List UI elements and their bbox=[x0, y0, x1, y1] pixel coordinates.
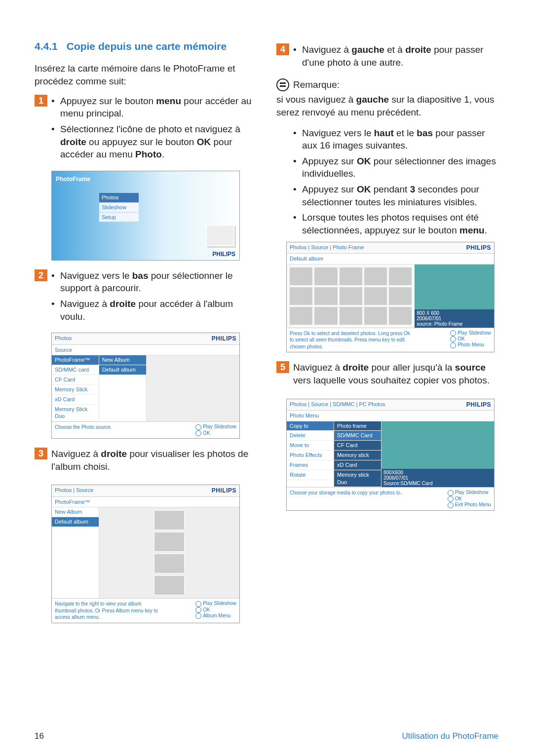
step-badge: 5 bbox=[276, 361, 289, 373]
brand-logo: PHILIPS bbox=[212, 250, 235, 258]
more-bullet1: Naviguez vers le haut et le bas pour pas… bbox=[293, 127, 498, 152]
step-badge: 2 bbox=[35, 269, 47, 281]
screenshot-thumbnails: Photos | Source | Photo FramePHILIPS Def… bbox=[286, 242, 495, 353]
note-body: si vous naviguez à gauche sur la diaposi… bbox=[276, 93, 498, 118]
list-item: xD Card bbox=[334, 460, 381, 470]
page-number: 16 bbox=[35, 731, 44, 742]
list-item: Photo Effects bbox=[287, 451, 334, 460]
help-text: Choose the Photo source. bbox=[55, 424, 112, 436]
list-item: Default album bbox=[52, 517, 99, 527]
help-text: Navigate to the right to view your album… bbox=[55, 601, 163, 621]
screenshot-copy: Photos | Source | SD/MMC | PC PhotosPHIL… bbox=[286, 399, 495, 511]
album-list: New Album Default album bbox=[99, 355, 147, 421]
list-item: Delete bbox=[287, 431, 334, 441]
step-badge: 1 bbox=[35, 95, 47, 107]
menu-item: Setup bbox=[99, 213, 139, 223]
foot-item: Exit Photo Menu bbox=[448, 502, 491, 508]
foot-item: OK bbox=[195, 607, 236, 613]
preview-pane bbox=[99, 507, 239, 598]
crumb: Photos | Source bbox=[55, 487, 93, 494]
menu-item: Photos bbox=[99, 193, 139, 203]
section-number: 4.4.1 bbox=[35, 40, 58, 52]
subbar: PhotoFrame™ bbox=[52, 497, 239, 508]
screenshot-main-menu: PhotoFrame Photos Slideshow Setup PHILIP… bbox=[51, 171, 240, 261]
help-text: Choose your storage media to copy your p… bbox=[290, 490, 403, 508]
step-badge: 4 bbox=[276, 43, 289, 55]
crumb: Photos | Source | SD/MMC | PC Photos bbox=[290, 401, 385, 409]
list-item: CF Card bbox=[334, 441, 381, 451]
brand-logo: PHILIPS bbox=[466, 244, 491, 252]
help-text: Press Ok to select and deselect photos. … bbox=[290, 330, 413, 350]
list-item: Memory stick bbox=[334, 451, 381, 460]
foot-item: OK bbox=[195, 430, 236, 436]
list-item: xD Card bbox=[52, 395, 99, 405]
page-footer: 16 Utilisation du PhotoFrame bbox=[35, 731, 498, 742]
manual-page: 4.4.1Copie depuis une carte mémoire Insé… bbox=[0, 0, 533, 756]
list-item: Copy to bbox=[287, 421, 334, 431]
list-item: SD/MMC card bbox=[52, 365, 99, 375]
crumb: Photos bbox=[55, 335, 72, 342]
list-item: Photo frame bbox=[334, 421, 381, 431]
foot-item: Play Slideshow bbox=[195, 424, 236, 430]
step3-text: Naviguez à droite pour visualiser les ph… bbox=[51, 448, 257, 473]
step-3: 3 Naviguez à droite pour visualiser les … bbox=[35, 448, 257, 480]
list-item: Move to bbox=[287, 441, 334, 451]
foot-item: Play Slideshow bbox=[450, 330, 491, 336]
list-item: New Album bbox=[99, 355, 146, 365]
more-bullet4: Lorsque toutes les photos requises ont é… bbox=[293, 211, 498, 236]
foot-item: OK bbox=[448, 496, 491, 502]
thumb-preview: 800 X 600 2006/07/01 source: Photo Frame bbox=[415, 265, 494, 328]
more-bullet3: Appuyez sur OK pendant 3 secondes pour s… bbox=[293, 183, 498, 208]
brand-logo: PHILIPS bbox=[212, 335, 236, 342]
meta: 800X600 bbox=[383, 470, 492, 475]
photo-stack-icon bbox=[206, 225, 234, 246]
note-row: Remarque: bbox=[276, 78, 498, 91]
subbar: Photo Menu bbox=[287, 411, 494, 421]
meta: 2006/07/01 bbox=[417, 316, 492, 321]
action-list: Copy to Delete Move to Photo Effects Fra… bbox=[287, 421, 334, 488]
step1-bullet1: Appuyez sur le bouton menu pour accéder … bbox=[51, 95, 257, 120]
meta: Source:SD/MMC Card bbox=[383, 481, 492, 486]
meta: 800 X 600 bbox=[417, 310, 492, 316]
step1-bullet2: Sélectionnez l'icône de photo et navigue… bbox=[51, 123, 257, 161]
list-item: Frames bbox=[287, 460, 334, 470]
step2-bullet1: Naviguez vers le bas pour sélectionner l… bbox=[51, 269, 257, 295]
list-item: Memory Stick Duo bbox=[52, 405, 99, 422]
step2-bullet2: Naviguez à droite pour accéder à l'album… bbox=[51, 298, 257, 323]
ss-title: PhotoFrame bbox=[56, 175, 90, 183]
screenshot-album: Photos | SourcePHILIPS PhotoFrame™ New A… bbox=[51, 485, 240, 623]
list-item: Memory stick Duo bbox=[334, 470, 381, 488]
section-title: Copie depuis une carte mémoire bbox=[67, 40, 227, 52]
brand-logo: PHILIPS bbox=[466, 401, 491, 409]
section-heading: 4.4.1Copie depuis une carte mémoire bbox=[35, 39, 257, 53]
list-item: Memory Stick bbox=[52, 385, 99, 395]
dest-list: Photo frame SD/MMC Card CF Card Memory s… bbox=[334, 421, 381, 488]
step-2: 2 Naviguez vers le bas pour sélectionner… bbox=[35, 269, 257, 328]
source-list: PhotoFrame™ SD/MMC card CF Card Memory S… bbox=[52, 355, 99, 421]
preview: 800X600 2006/07/01 Source:SD/MMC Card bbox=[381, 421, 494, 488]
brand-logo: PHILIPS bbox=[212, 487, 236, 494]
list-item: CF Card bbox=[52, 375, 99, 385]
step-badge: 3 bbox=[35, 448, 47, 459]
foot-item: Album Menu bbox=[195, 613, 236, 619]
step-1: 1 Appuyez sur le bouton menu pour accéde… bbox=[35, 95, 257, 166]
crumb: Photos | Source | Photo Frame bbox=[290, 244, 364, 252]
step-4: 4 Naviguez à gauche et à droite pour pas… bbox=[276, 43, 498, 74]
ss-menu: Photos Slideshow Setup bbox=[99, 193, 139, 223]
left-column: 4.4.1Copie depuis une carte mémoire Insé… bbox=[35, 39, 257, 632]
album-list: New Album Default album bbox=[52, 507, 99, 598]
screenshot-source: PhotosPHILIPS Source PhotoFrame™ SD/MMC … bbox=[51, 333, 240, 439]
note-icon bbox=[276, 78, 289, 91]
subbar: Default album bbox=[287, 254, 494, 265]
foot-item: OK bbox=[450, 336, 491, 342]
list-item: PhotoFrame™ bbox=[52, 355, 99, 365]
list-item: New Album bbox=[52, 507, 99, 517]
more-bullet2: Appuyez sur OK pour sélectionner des ima… bbox=[293, 155, 498, 180]
list-item: Rotate bbox=[287, 470, 334, 480]
foot-item: Play Slideshow bbox=[195, 601, 236, 606]
thumb-grid bbox=[287, 265, 415, 328]
intro-text: Insérez la carte mémoire dans le PhotoFr… bbox=[35, 62, 257, 87]
note-label: Remarque: bbox=[293, 78, 340, 91]
meta: 2006/07/01 bbox=[383, 475, 492, 481]
list-item: SD/MMC Card bbox=[334, 431, 381, 441]
